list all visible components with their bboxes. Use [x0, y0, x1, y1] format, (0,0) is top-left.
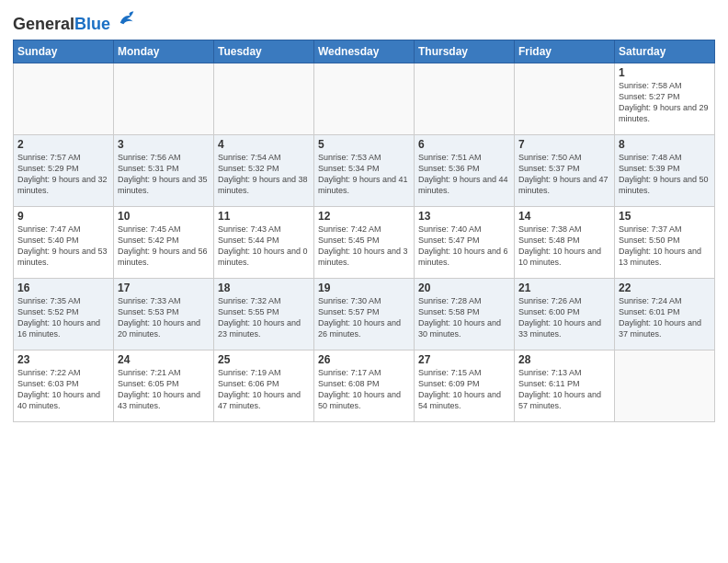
- calendar-cell: 16Sunrise: 7:35 AM Sunset: 5:52 PM Dayli…: [14, 278, 114, 350]
- day-info: Sunrise: 7:50 AM Sunset: 5:37 PM Dayligh…: [518, 152, 610, 197]
- calendar-cell: 27Sunrise: 7:15 AM Sunset: 6:09 PM Dayli…: [415, 350, 515, 421]
- day-info: Sunrise: 7:37 AM Sunset: 5:50 PM Dayligh…: [619, 224, 711, 269]
- calendar-cell: 12Sunrise: 7:42 AM Sunset: 5:45 PM Dayli…: [314, 206, 415, 278]
- day-number: 24: [118, 353, 210, 366]
- day-number: 4: [218, 138, 310, 151]
- logo-general: General: [13, 15, 74, 33]
- day-number: 27: [418, 353, 510, 366]
- day-number: 5: [318, 138, 410, 151]
- weekday-header-friday: Friday: [515, 40, 615, 63]
- calendar-cell: 9Sunrise: 7:47 AM Sunset: 5:40 PM Daylig…: [14, 206, 114, 278]
- day-number: 1: [619, 66, 711, 79]
- day-number: 22: [619, 282, 711, 294]
- calendar-cell: 8Sunrise: 7:48 AM Sunset: 5:39 PM Daylig…: [615, 134, 715, 206]
- calendar-cell: [415, 63, 515, 134]
- day-info: Sunrise: 7:56 AM Sunset: 5:31 PM Dayligh…: [118, 152, 210, 197]
- day-info: Sunrise: 7:58 AM Sunset: 5:27 PM Dayligh…: [619, 80, 711, 125]
- weekday-header-saturday: Saturday: [615, 40, 715, 63]
- calendar-cell: 10Sunrise: 7:45 AM Sunset: 5:42 PM Dayli…: [114, 206, 214, 278]
- calendar-cell: 6Sunrise: 7:51 AM Sunset: 5:36 PM Daylig…: [415, 134, 515, 206]
- day-number: 12: [318, 210, 410, 223]
- day-number: 9: [17, 210, 109, 223]
- day-number: 26: [318, 353, 410, 366]
- day-number: 11: [218, 210, 310, 223]
- day-number: 3: [118, 138, 210, 151]
- calendar-cell: 19Sunrise: 7:30 AM Sunset: 5:57 PM Dayli…: [314, 278, 415, 350]
- calendar-cell: [314, 63, 415, 134]
- calendar-cell: 23Sunrise: 7:22 AM Sunset: 6:03 PM Dayli…: [14, 350, 114, 421]
- calendar-cell: 7Sunrise: 7:50 AM Sunset: 5:37 PM Daylig…: [515, 134, 615, 206]
- header: GeneralBlue: [13, 9, 715, 34]
- weekday-header-sunday: Sunday: [14, 40, 114, 63]
- day-info: Sunrise: 7:26 AM Sunset: 6:00 PM Dayligh…: [518, 295, 610, 340]
- day-number: 2: [17, 138, 109, 151]
- calendar-cell: 24Sunrise: 7:21 AM Sunset: 6:05 PM Dayli…: [114, 350, 214, 421]
- logo: GeneralBlue: [13, 9, 137, 34]
- day-number: 14: [518, 210, 610, 223]
- calendar-cell: 17Sunrise: 7:33 AM Sunset: 5:53 PM Dayli…: [114, 278, 214, 350]
- calendar-cell: 26Sunrise: 7:17 AM Sunset: 6:08 PM Dayli…: [314, 350, 415, 421]
- day-number: 8: [619, 138, 711, 151]
- weekday-header-tuesday: Tuesday: [214, 40, 314, 63]
- day-info: Sunrise: 7:32 AM Sunset: 5:55 PM Dayligh…: [218, 295, 310, 340]
- calendar-cell: [515, 63, 615, 134]
- logo-bird-icon: [117, 9, 137, 29]
- day-info: Sunrise: 7:54 AM Sunset: 5:32 PM Dayligh…: [218, 152, 310, 197]
- day-info: Sunrise: 7:28 AM Sunset: 5:58 PM Dayligh…: [418, 295, 510, 340]
- calendar-cell: 21Sunrise: 7:26 AM Sunset: 6:00 PM Dayli…: [515, 278, 615, 350]
- day-info: Sunrise: 7:15 AM Sunset: 6:09 PM Dayligh…: [418, 367, 510, 412]
- calendar-cell: [14, 63, 114, 134]
- day-info: Sunrise: 7:43 AM Sunset: 5:44 PM Dayligh…: [218, 224, 310, 269]
- day-number: 25: [218, 353, 310, 366]
- calendar-cell: 14Sunrise: 7:38 AM Sunset: 5:48 PM Dayli…: [515, 206, 615, 278]
- day-info: Sunrise: 7:35 AM Sunset: 5:52 PM Dayligh…: [17, 295, 109, 340]
- calendar: SundayMondayTuesdayWednesdayThursdayFrid…: [13, 40, 715, 422]
- day-number: 13: [418, 210, 510, 223]
- day-info: Sunrise: 7:48 AM Sunset: 5:39 PM Dayligh…: [619, 152, 711, 197]
- day-number: 18: [218, 282, 310, 294]
- day-info: Sunrise: 7:45 AM Sunset: 5:42 PM Dayligh…: [118, 224, 210, 269]
- day-info: Sunrise: 7:30 AM Sunset: 5:57 PM Dayligh…: [318, 295, 410, 340]
- calendar-cell: [114, 63, 214, 134]
- day-number: 19: [318, 282, 410, 294]
- calendar-cell: 15Sunrise: 7:37 AM Sunset: 5:50 PM Dayli…: [615, 206, 715, 278]
- calendar-cell: [615, 350, 715, 421]
- day-number: 15: [619, 210, 711, 223]
- day-info: Sunrise: 7:40 AM Sunset: 5:47 PM Dayligh…: [418, 224, 510, 269]
- day-info: Sunrise: 7:53 AM Sunset: 5:34 PM Dayligh…: [318, 152, 410, 197]
- calendar-cell: 13Sunrise: 7:40 AM Sunset: 5:47 PM Dayli…: [415, 206, 515, 278]
- weekday-header-wednesday: Wednesday: [314, 40, 415, 63]
- day-info: Sunrise: 7:57 AM Sunset: 5:29 PM Dayligh…: [17, 152, 109, 197]
- day-info: Sunrise: 7:13 AM Sunset: 6:11 PM Dayligh…: [518, 367, 610, 412]
- day-number: 17: [118, 282, 210, 294]
- day-number: 28: [518, 353, 610, 366]
- day-number: 20: [418, 282, 510, 294]
- day-number: 16: [17, 282, 109, 294]
- day-number: 7: [518, 138, 610, 151]
- day-info: Sunrise: 7:21 AM Sunset: 6:05 PM Dayligh…: [118, 367, 210, 412]
- day-info: Sunrise: 7:38 AM Sunset: 5:48 PM Dayligh…: [518, 224, 610, 269]
- calendar-cell: 22Sunrise: 7:24 AM Sunset: 6:01 PM Dayli…: [615, 278, 715, 350]
- day-info: Sunrise: 7:17 AM Sunset: 6:08 PM Dayligh…: [318, 367, 410, 412]
- calendar-cell: 18Sunrise: 7:32 AM Sunset: 5:55 PM Dayli…: [214, 278, 314, 350]
- calendar-cell: 4Sunrise: 7:54 AM Sunset: 5:32 PM Daylig…: [214, 134, 314, 206]
- weekday-header-monday: Monday: [114, 40, 214, 63]
- logo-blue: Blue: [74, 15, 110, 33]
- weekday-header-thursday: Thursday: [415, 40, 515, 63]
- day-info: Sunrise: 7:42 AM Sunset: 5:45 PM Dayligh…: [318, 224, 410, 269]
- day-number: 23: [17, 353, 109, 366]
- calendar-cell: 28Sunrise: 7:13 AM Sunset: 6:11 PM Dayli…: [515, 350, 615, 421]
- day-number: 6: [418, 138, 510, 151]
- day-info: Sunrise: 7:51 AM Sunset: 5:36 PM Dayligh…: [418, 152, 510, 197]
- calendar-cell: 3Sunrise: 7:56 AM Sunset: 5:31 PM Daylig…: [114, 134, 214, 206]
- page: GeneralBlue SundayMondayTuesdayWednesday…: [0, 0, 728, 563]
- calendar-cell: 11Sunrise: 7:43 AM Sunset: 5:44 PM Dayli…: [214, 206, 314, 278]
- calendar-cell: 20Sunrise: 7:28 AM Sunset: 5:58 PM Dayli…: [415, 278, 515, 350]
- calendar-cell: 2Sunrise: 7:57 AM Sunset: 5:29 PM Daylig…: [14, 134, 114, 206]
- day-info: Sunrise: 7:24 AM Sunset: 6:01 PM Dayligh…: [619, 295, 711, 340]
- day-info: Sunrise: 7:33 AM Sunset: 5:53 PM Dayligh…: [118, 295, 210, 340]
- day-info: Sunrise: 7:22 AM Sunset: 6:03 PM Dayligh…: [17, 367, 109, 412]
- day-info: Sunrise: 7:19 AM Sunset: 6:06 PM Dayligh…: [218, 367, 310, 412]
- day-info: Sunrise: 7:47 AM Sunset: 5:40 PM Dayligh…: [17, 224, 109, 269]
- calendar-cell: 1Sunrise: 7:58 AM Sunset: 5:27 PM Daylig…: [615, 63, 715, 134]
